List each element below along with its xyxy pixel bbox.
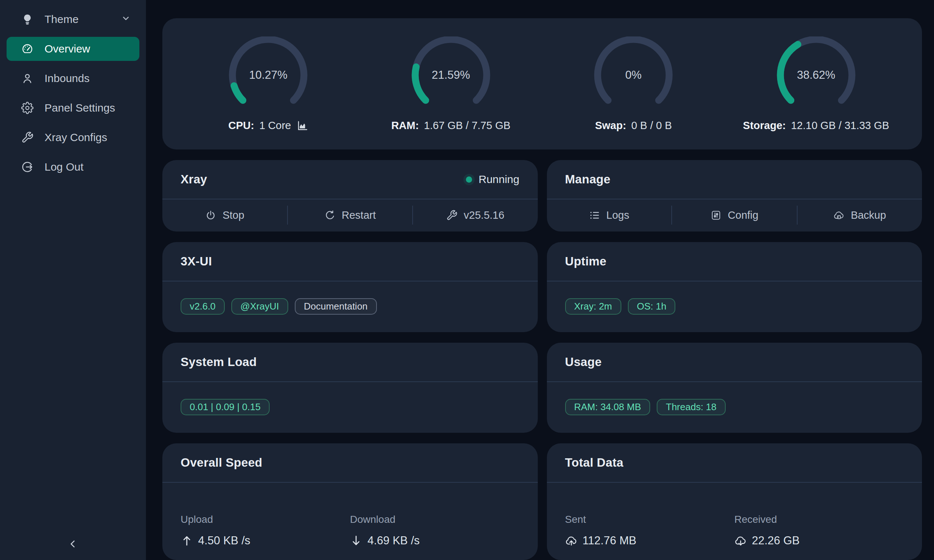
sidebar-item-xray-configs[interactable]: Xray Configs <box>6 125 139 149</box>
swap-gauge-arc: 0% <box>590 37 677 114</box>
wrench-icon <box>21 131 34 144</box>
download-metric: Download 4.69 KB /s <box>350 514 519 547</box>
sidebar-item-label: Panel Settings <box>45 102 115 114</box>
sliders-icon <box>711 210 722 221</box>
overall-speed-body: Upload 4.50 KB /s Download 4.69 K <box>162 483 538 547</box>
arrow-up-icon <box>180 534 193 547</box>
upload-value: 4.50 KB /s <box>180 534 350 547</box>
ram-gauge-arc: 21.59% <box>407 37 495 114</box>
sidebar-item-log-out[interactable]: Log Out <box>6 155 139 179</box>
overall-speed-title: Overall Speed <box>180 456 262 469</box>
logout-icon <box>21 161 34 173</box>
manage-title: Manage <box>565 172 611 186</box>
speedometer-icon <box>21 43 34 55</box>
xray-status: Running <box>466 173 519 186</box>
xui-title: 3X-UI <box>180 254 212 268</box>
uptime-card: Uptime Xray: 2m OS: 1h <box>547 242 922 332</box>
received-value: 22.26 GB <box>734 534 904 547</box>
status-dot-icon <box>466 177 472 183</box>
total-data-body: Sent 112.76 MB Received <box>547 483 922 547</box>
uptime-card-header: Uptime <box>547 242 922 282</box>
xrayui-link-tag[interactable]: @XrayUI <box>231 298 288 315</box>
sidebar-item-inbounds[interactable]: Inbounds <box>6 66 139 91</box>
power-icon <box>205 210 216 221</box>
swap-percent: 0% <box>590 69 677 82</box>
load-average-tag: 0.01 | 0.09 | 0.15 <box>180 399 270 415</box>
received-metric: Received 22.26 GB <box>734 514 904 547</box>
sent-label: Sent <box>565 514 734 525</box>
storage-percent: 38.62% <box>772 69 860 82</box>
usage-card: Usage RAM: 34.08 MB Threads: 18 <box>547 343 922 433</box>
received-label: Received <box>734 514 904 525</box>
row-speed-data: Overall Speed Upload 4.50 KB /s Download <box>162 443 922 560</box>
config-button[interactable]: Config <box>672 199 797 231</box>
sidebar-item-panel-settings[interactable]: Panel Settings <box>6 96 139 120</box>
upload-metric: Upload 4.50 KB /s <box>180 514 350 547</box>
xray-card-header: Xray Running <box>162 160 538 199</box>
cloud-server-icon <box>833 210 845 221</box>
ram-label: RAM: 1.67 GB / 7.75 GB <box>391 120 510 132</box>
cloud-download-icon <box>734 534 747 547</box>
user-icon <box>21 72 34 85</box>
storage-gauge-arc: 38.62% <box>772 37 860 114</box>
xray-actions: Stop Restart v25.5.16 <box>162 199 538 231</box>
ram-usage-tag: RAM: 34.08 MB <box>565 399 650 415</box>
overall-speed-card-header: Overall Speed <box>162 443 538 483</box>
row-load-usage: System Load 0.01 | 0.09 | 0.15 Usage RAM… <box>162 343 922 433</box>
download-value: 4.69 KB /s <box>350 534 519 547</box>
swap-label: Swap: 0 B / 0 B <box>595 120 672 132</box>
gear-icon <box>21 102 34 114</box>
cpu-percent: 10.27% <box>224 69 312 82</box>
uptime-title: Uptime <box>565 254 607 268</box>
usage-title: Usage <box>565 355 602 369</box>
threads-tag: Threads: 18 <box>657 399 726 415</box>
chevron-left-icon <box>68 538 79 549</box>
version-tag[interactable]: v2.6.0 <box>180 298 225 315</box>
sidebar-item-label: Inbounds <box>45 72 89 85</box>
cpu-gauge-arc: 10.27% <box>224 37 312 114</box>
upload-label: Upload <box>180 514 350 525</box>
list-icon <box>589 210 600 221</box>
backup-button[interactable]: Backup <box>798 199 922 231</box>
area-chart-icon[interactable] <box>296 120 308 132</box>
sidebar-item-label: Overview <box>45 43 90 55</box>
row-xray-manage: Xray Running Stop Res <box>162 160 922 232</box>
main-content: 10.27% CPU: 1 Core 21.59% RAM: <box>146 0 934 560</box>
sidebar-collapse-button[interactable] <box>65 536 81 552</box>
ram-gauge: 21.59% RAM: 1.67 GB / 7.75 GB <box>360 37 543 132</box>
uptime-tags: Xray: 2m OS: 1h <box>547 282 922 331</box>
cloud-upload-icon <box>565 534 578 547</box>
os-uptime-tag: OS: 1h <box>628 298 676 315</box>
cpu-label: CPU: 1 Core <box>228 120 308 132</box>
manage-card-header: Manage <box>547 160 922 199</box>
download-label: Download <box>350 514 519 525</box>
sidebar-item-label: Xray Configs <box>45 131 107 144</box>
xray-version-button[interactable]: v25.5.16 <box>413 199 538 231</box>
wrench-icon <box>446 210 458 221</box>
arrow-down-icon <box>350 534 362 547</box>
sidebar-item-overview[interactable]: Overview <box>6 37 139 61</box>
system-load-title: System Load <box>180 355 257 369</box>
sidebar: Theme Overview Inbounds <box>0 0 146 560</box>
storage-gauge: 38.62% Storage: 12.10 GB / 31.33 GB <box>725 37 908 132</box>
overall-speed-card: Overall Speed Upload 4.50 KB /s Download <box>162 443 538 560</box>
system-load-card: System Load 0.01 | 0.09 | 0.15 <box>162 343 538 433</box>
system-stats-card: 10.27% CPU: 1 Core 21.59% RAM: <box>162 18 922 149</box>
status-label: Running <box>479 173 519 186</box>
total-data-card: Total Data Sent 112.76 MB Received <box>547 443 922 560</box>
system-load-tags: 0.01 | 0.09 | 0.15 <box>162 382 538 432</box>
sidebar-item-theme[interactable]: Theme <box>6 7 139 31</box>
restart-icon <box>324 210 336 221</box>
sidebar-item-label: Theme <box>45 13 79 26</box>
swap-gauge: 0% Swap: 0 B / 0 B <box>542 37 725 132</box>
sent-value: 112.76 MB <box>565 534 734 547</box>
documentation-link-tag[interactable]: Documentation <box>295 298 377 315</box>
xray-card: Xray Running Stop Res <box>162 160 538 232</box>
xui-card-header: 3X-UI <box>162 242 538 282</box>
lightbulb-icon <box>21 13 34 26</box>
chevron-down-icon <box>121 13 131 26</box>
stop-button[interactable]: Stop <box>162 199 287 231</box>
usage-card-header: Usage <box>547 343 922 382</box>
restart-button[interactable]: Restart <box>288 199 413 231</box>
logs-button[interactable]: Logs <box>547 199 672 231</box>
